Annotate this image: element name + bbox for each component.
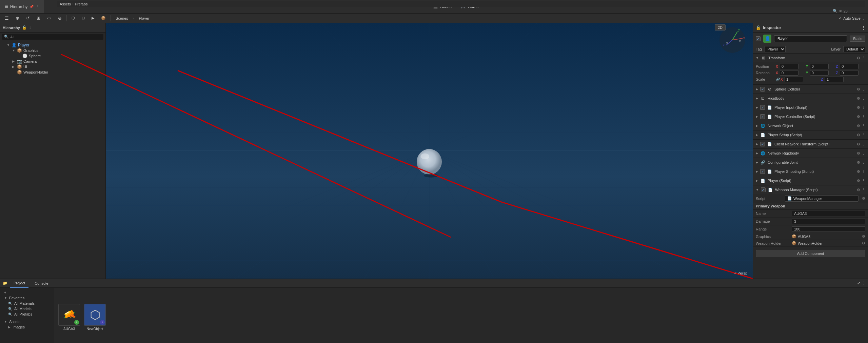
sidebar-all-models[interactable]: 🔍 All Models <box>3 306 51 311</box>
player-input-checkbox[interactable] <box>760 105 765 110</box>
pw-weapon-holder-ref[interactable]: 📦 WeaponHolder <box>792 241 860 245</box>
tree-item-sphere[interactable]: ⚪ Sphere <box>0 53 105 59</box>
static-button[interactable]: Static <box>850 36 865 42</box>
sidebar-all-materials[interactable]: 🔍 All Materials <box>3 301 51 306</box>
tab-console[interactable]: Console <box>31 279 52 288</box>
panel-menu-icon[interactable]: ⋮ <box>862 281 865 285</box>
sidebar-favorites[interactable]: ▼ Favorites <box>3 295 51 301</box>
cnt-checkbox[interactable] <box>760 142 765 146</box>
inspector-lock-icon[interactable]: 🔓 <box>756 25 761 30</box>
gizmo-compass[interactable]: y x z <box>719 26 746 54</box>
position-y-input[interactable] <box>810 64 829 69</box>
play-btn[interactable]: ▶ <box>90 15 96 21</box>
tab-hierarchy[interactable]: ☰ Hierarchy 📌 ⋮ <box>0 0 44 13</box>
psc-settings-icon[interactable]: ⚙ <box>857 179 860 183</box>
tag-select[interactable]: Player <box>765 46 786 52</box>
rigidbody-settings-icon[interactable]: ⚙ <box>857 96 860 101</box>
player-controller-settings-icon[interactable]: ⚙ <box>857 115 860 119</box>
player-setup-menu-icon[interactable]: ⋮ <box>862 133 865 137</box>
player-setup-settings-icon[interactable]: ⚙ <box>857 133 860 137</box>
wm-menu-icon[interactable]: ⋮ <box>862 188 865 192</box>
extras-btn[interactable]: 📦 <box>99 15 108 21</box>
layer-select[interactable]: Default <box>843 46 865 52</box>
sphere-collider-checkbox[interactable] <box>760 87 765 92</box>
weapon-manager-header[interactable]: ▼ 📄 Weapon Manager (Script) ⚙⋮ <box>753 185 868 194</box>
tree-item-graphics[interactable]: ▼ 📦 Graphics <box>0 48 105 53</box>
scene-tool-rotate[interactable]: ↺ <box>24 15 32 21</box>
autosave-check[interactable]: ✓ <box>839 16 842 20</box>
pw-name-input[interactable] <box>792 211 865 216</box>
snap-btn[interactable]: ⊟ <box>80 15 87 21</box>
scene-tool-rect[interactable]: ▭ <box>45 15 53 21</box>
obj-name-input[interactable] <box>774 35 847 42</box>
tree-item-weaponholder[interactable]: 📦 WeaponHolder <box>0 69 105 75</box>
rigidbody-header[interactable]: ▶ ⊡ Rigidbody ⚙⋮ <box>753 94 868 103</box>
tree-item-player[interactable]: ▼ 👤 Player <box>0 42 105 48</box>
sphere-collider-menu-icon[interactable]: ⋮ <box>862 87 865 92</box>
graphics-ref-settings-icon[interactable]: ⚙ <box>862 234 865 239</box>
tree-item-ui[interactable]: ▶ 📦 UI <box>0 64 105 69</box>
pw-damage-input[interactable] <box>792 219 865 224</box>
wm-settings-icon[interactable]: ⚙ <box>857 188 860 192</box>
rotation-z-input[interactable] <box>840 70 859 76</box>
transform-menu-icon[interactable]: ⋮ <box>862 56 865 60</box>
sphere-collider-header[interactable]: ▶ ⊙ Sphere Collider ⚙⋮ <box>753 85 868 94</box>
configurable-joint-header[interactable]: ▶ 🔗 Configurable Joint ⚙⋮ <box>753 158 868 167</box>
player-controller-header[interactable]: ▶ 📄 Player Controller (Script) ⚙⋮ <box>753 112 868 121</box>
sidebar-all-prefabs[interactable]: 🔍 All Prefabs <box>3 311 51 317</box>
persp-label[interactable]: < Persp <box>734 271 747 275</box>
sidebar-images[interactable]: ▶ Images <box>3 324 51 330</box>
position-z-input[interactable] <box>840 64 859 69</box>
hierarchy-search-input[interactable] <box>10 35 101 39</box>
network-rigidbody-header[interactable]: ▶ 🌐 Network Rigidbody ⚙⋮ <box>753 149 868 158</box>
player-controller-menu-icon[interactable]: ⋮ <box>862 115 865 119</box>
weaponholder-ref-settings-icon[interactable]: ⚙ <box>862 241 865 245</box>
obj-active-checkbox[interactable] <box>756 36 761 41</box>
grid-btn[interactable]: ⬡ <box>70 15 77 21</box>
component-transform-header[interactable]: ▼ ⊞ Transform ⚙ ⋮ <box>753 54 868 62</box>
player-setup-header[interactable]: ▶ 📄 Player Setup (Script) ⚙⋮ <box>753 130 868 139</box>
wm-checkbox[interactable] <box>761 187 766 192</box>
rotation-y-input[interactable] <box>810 70 829 76</box>
network-object-header[interactable]: ▶ 🌐 Network Object ⚙⋮ <box>753 121 868 130</box>
transform-settings-icon[interactable]: ⚙ <box>857 56 860 60</box>
2d-btn[interactable]: 2D <box>715 24 726 31</box>
scale-x-input[interactable] <box>785 77 803 82</box>
autosave-menu[interactable]: ⋮ <box>862 16 865 20</box>
ps-checkbox[interactable] <box>760 169 765 174</box>
hierarchy-lock-icon[interactable]: 🔓 <box>22 25 27 30</box>
cj-settings-icon[interactable]: ⚙ <box>857 160 860 165</box>
network-object-menu-icon[interactable]: ⋮ <box>862 124 865 128</box>
ps-settings-icon[interactable]: ⚙ <box>857 169 860 174</box>
asset-newobject[interactable]: ⬡ + NewObject <box>84 304 106 331</box>
player-script-header[interactable]: ▶ 📄 Player (Script) ⚙⋮ <box>753 176 868 185</box>
expand-icon[interactable]: ⤢ <box>857 281 860 285</box>
add-component-button[interactable]: Add Component <box>756 250 865 257</box>
cnt-settings-icon[interactable]: ⚙ <box>857 142 860 146</box>
breadcrumb-prefabs[interactable]: Prefabs <box>75 2 88 6</box>
ps-menu-icon[interactable]: ⋮ <box>862 169 865 174</box>
cj-menu-icon[interactable]: ⋮ <box>862 160 865 165</box>
network-object-settings-icon[interactable]: ⚙ <box>857 124 860 128</box>
asset-auga3[interactable]: 🔫 + AUGA3 <box>58 304 80 331</box>
scene-tool-move[interactable]: ⊕ <box>14 15 21 21</box>
sphere-collider-settings-icon[interactable]: ⚙ <box>857 87 860 92</box>
scale-z-input[interactable] <box>825 77 844 82</box>
psc-menu-icon[interactable]: ⋮ <box>862 179 865 183</box>
hierarchy-search-bar[interactable]: 🔍 <box>2 34 103 40</box>
scene-tool-transform[interactable]: ⊕ <box>56 15 64 21</box>
player-controller-checkbox[interactable] <box>760 114 765 119</box>
scene-tool-scale[interactable]: ⊞ <box>35 15 42 21</box>
cnt-menu-icon[interactable]: ⋮ <box>862 142 865 146</box>
sidebar-assets[interactable]: ▼ Assets <box>3 319 51 324</box>
nr-settings-icon[interactable]: ⚙ <box>857 151 860 156</box>
tree-item-camera[interactable]: ▶ 📷 Camera <box>0 59 105 64</box>
inspector-menu-icon[interactable]: ⋮ <box>861 25 865 30</box>
player-input-menu-icon[interactable]: ⋮ <box>862 105 865 110</box>
player-shooting-header[interactable]: ▶ 📄 Player Shooting (Script) ⚙⋮ <box>753 167 868 176</box>
wm-script-settings-icon[interactable]: ⚙ <box>862 196 865 201</box>
pw-range-input[interactable] <box>792 226 865 232</box>
rotation-x-input[interactable] <box>780 70 798 76</box>
breadcrumb-player[interactable]: Player <box>137 16 151 21</box>
sidebar-add-btn[interactable]: + <box>3 290 51 295</box>
